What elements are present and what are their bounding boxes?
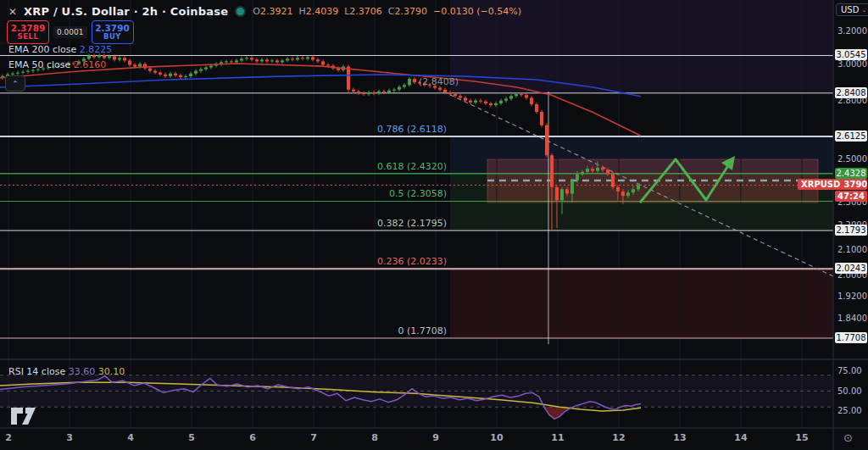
ema200-value: 2.8225 <box>80 44 113 55</box>
close-value: 2.3790 <box>395 6 428 17</box>
change-value: −0.0130 (−0.54%) <box>433 6 521 17</box>
high-label: H <box>298 6 305 17</box>
candle-body <box>581 172 584 175</box>
candle-body <box>408 79 411 85</box>
candle-body <box>199 69 203 71</box>
candle-body <box>382 92 386 92</box>
candle-body <box>387 91 391 92</box>
candle-body <box>235 60 238 62</box>
candle-body <box>108 56 111 58</box>
candle-body <box>372 92 376 93</box>
candle-body <box>489 103 492 105</box>
candle-body <box>184 76 187 77</box>
candle-body <box>632 189 635 192</box>
candle-body <box>413 79 416 82</box>
chevron-up-icon: ⌃ <box>12 80 19 88</box>
candle-body <box>438 88 442 90</box>
candle-body <box>179 75 182 77</box>
rsi-value: 33.60 <box>69 366 96 377</box>
candle-body <box>164 75 167 76</box>
candle-body <box>286 58 289 60</box>
ohlc-readout: O2.3921 H2.4039 L2.3706 C2.3790 −0.0130 … <box>253 6 521 17</box>
market-status-icon <box>235 6 246 17</box>
candle-body <box>494 103 498 105</box>
candle-body <box>21 72 25 73</box>
trading-chart-window: 3.20003.00002.80002.50002.30002.20002.10… <box>0 0 868 450</box>
candle-body <box>138 64 142 66</box>
open-value: 2.3921 <box>260 6 293 17</box>
candle-body <box>291 58 294 59</box>
candle-body <box>479 101 482 102</box>
candle-body <box>97 55 101 57</box>
candle-body <box>499 101 503 103</box>
candle-body <box>118 58 121 59</box>
candle-body <box>230 61 233 62</box>
candle-body <box>148 69 152 71</box>
candle-body <box>586 169 589 172</box>
candle-body <box>540 112 543 125</box>
candle-body <box>520 94 523 95</box>
ema50-value: 2.6160 <box>74 59 107 70</box>
candle-body <box>626 192 630 196</box>
candle-body <box>392 90 396 91</box>
candle-body <box>606 169 609 174</box>
close-icon[interactable]: ✕ <box>8 6 17 18</box>
buy-label: BUY <box>103 33 121 41</box>
timezone-clock-icon[interactable]: ⊙ <box>843 431 853 444</box>
symbol-title[interactable]: XRP / U.S. Dollar · 2h · Coinbase <box>24 5 228 18</box>
candle-body <box>459 96 462 97</box>
candle-body <box>357 92 360 93</box>
candle-body <box>443 90 447 92</box>
candle-body <box>225 61 228 62</box>
candle-body <box>260 59 264 61</box>
candle-body <box>398 87 401 90</box>
candle-body <box>515 94 518 96</box>
chart-canvas[interactable] <box>0 0 868 450</box>
candle-body <box>296 58 299 59</box>
candle-body <box>550 155 554 187</box>
ema50-legend[interactable]: EMA 50 close 2.6160 <box>8 59 106 70</box>
tradingview-logo[interactable] <box>10 407 39 425</box>
candle-body <box>525 95 528 97</box>
candle-body <box>403 85 406 86</box>
candle-body <box>352 90 355 92</box>
candle-body <box>596 168 599 171</box>
candle-body <box>265 59 269 61</box>
candle-body <box>301 58 304 58</box>
candle-body <box>153 71 157 73</box>
rsi-legend[interactable]: RSI 14 close 33.60 30.10 <box>8 366 125 377</box>
candle-body <box>616 187 620 192</box>
candle-body <box>209 66 213 68</box>
candle-body <box>555 187 559 201</box>
candle-body <box>316 59 320 61</box>
symbol-price-tag: XRPUSD <box>798 179 843 190</box>
candle-body <box>194 71 198 74</box>
candle-body <box>621 192 625 196</box>
candle-body <box>377 92 381 93</box>
sell-button[interactable]: 2.3789 SELL <box>7 20 49 44</box>
collapse-legend-button[interactable]: ⌃ <box>5 75 25 92</box>
candle-body <box>159 73 162 75</box>
candle-body <box>92 55 96 57</box>
candle-body <box>174 74 177 75</box>
candle-body <box>565 189 569 193</box>
sell-label: SELL <box>18 33 39 41</box>
candle-body <box>11 74 14 75</box>
candle-body <box>26 71 30 72</box>
candle-body <box>347 67 350 90</box>
rsi-ma-value: 30.10 <box>98 366 125 377</box>
candle-body <box>275 60 279 62</box>
candle-body <box>123 58 126 60</box>
buy-button[interactable]: 2.3790 BUY <box>92 20 134 44</box>
candle-body <box>464 97 467 100</box>
spread-value: 0.0001 <box>53 26 87 38</box>
currency-selector[interactable]: USD ⌄ <box>836 3 868 16</box>
candle-body <box>591 169 594 170</box>
candle-body <box>128 60 131 64</box>
candle-body <box>311 57 314 59</box>
candle-body <box>484 102 487 103</box>
ema200-legend[interactable]: EMA 200 close 2.8225 <box>8 44 112 55</box>
candle-body <box>270 60 274 61</box>
high-value: 2.4039 <box>306 6 339 17</box>
rsi-label: RSI 14 close <box>8 366 65 377</box>
